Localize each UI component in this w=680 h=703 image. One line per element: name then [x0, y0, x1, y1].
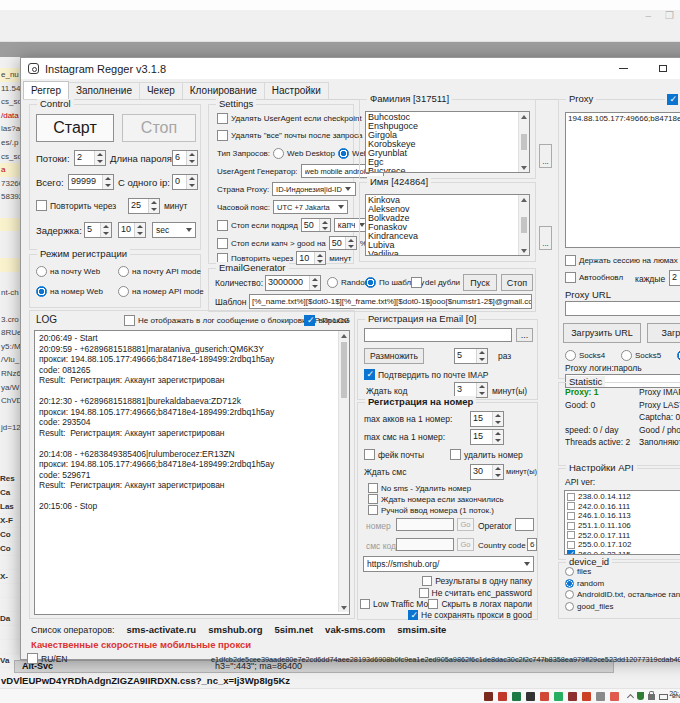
scroll-up-icon[interactable]: [339, 331, 349, 340]
api-version-option[interactable]: 242.0.0.16.111: [567, 502, 680, 512]
sms-service-select[interactable]: https://smshub.org/: [363, 556, 534, 572]
per-ip-stepper[interactable]: 0: [172, 174, 198, 190]
taskbar-app-icon[interactable]: [512, 692, 521, 701]
sms-code-input[interactable]: [396, 538, 454, 551]
manual-number-checkbox[interactable]: Ручной ввод номера (1 поток.): [368, 505, 494, 515]
taskbar-app-icon[interactable]: [596, 692, 605, 701]
password-length-stepper[interactable]: 6: [172, 150, 198, 166]
tray-chevron-up-icon[interactable]: [627, 693, 634, 700]
surname-scrollbar[interactable]: [518, 112, 529, 172]
operator-link[interactable]: smshub.org: [208, 624, 262, 635]
list-item[interactable]: Vadiliva: [368, 250, 527, 256]
hide-passwords-checkbox[interactable]: Скрыть в логах пароли: [428, 599, 532, 609]
title-bar[interactable]: Instagram Regger v3.1.8: [21, 58, 680, 80]
max-accounts-stepper[interactable]: 15: [470, 411, 504, 427]
total-stepper[interactable]: 99999: [68, 174, 114, 190]
log-output[interactable]: 20:06:49 - Start 20:09:59 - +62896815188…: [34, 330, 350, 615]
reg-email-input[interactable]: [364, 328, 512, 342]
proxy-url-input[interactable]: [565, 301, 680, 316]
device-id-radio[interactable]: random: [565, 579, 680, 588]
mail-api-radio[interactable]: на почту API mode: [118, 266, 201, 277]
operator-link[interactable]: 5sim.net: [275, 624, 314, 635]
delete-mail-checkbox[interactable]: Удалять "все" почты после запроса: [217, 130, 362, 141]
scroll-down-icon[interactable]: [519, 163, 529, 172]
spinner-arrows-icon[interactable]: [100, 223, 111, 237]
tray-display-icon[interactable]: [659, 694, 668, 700]
spinner-arrows-icon[interactable]: [148, 199, 159, 213]
name-browse-button[interactable]: ...: [539, 226, 552, 250]
spinner-arrows-icon[interactable]: [476, 349, 487, 363]
load-file-button[interactable]: Загрузить: [647, 323, 680, 343]
load-url-button[interactable]: Загрузить URL: [563, 323, 641, 343]
spinner-arrows-icon[interactable]: [134, 223, 145, 237]
device-id-radio[interactable]: files: [565, 567, 680, 576]
stop-captcha-stepper[interactable]: 50: [329, 236, 357, 250]
maximize-button[interactable]: [646, 58, 680, 79]
taskbar-app-icon[interactable]: [498, 692, 507, 701]
api-version-option[interactable]: 246.1.0.16.113: [567, 511, 680, 521]
keep-session-checkbox[interactable]: Держать сессию на люмах: [565, 255, 678, 266]
proxy-entry[interactable]: 194.88.105.177:49666;b84718e4-189499:2rd…: [568, 114, 680, 123]
log-on-checkbox[interactable]: вкл LOG: [304, 315, 350, 326]
no-sms-checkbox[interactable]: No sms - Удалить номер: [368, 483, 471, 493]
scroll-up-icon[interactable]: [519, 195, 529, 204]
taskbar[interactable]: ENG 20:: [0, 688, 680, 703]
country-code-input[interactable]: 6: [527, 538, 537, 551]
spinner-arrows-icon[interactable]: [492, 465, 503, 479]
start-button[interactable]: Старт: [36, 114, 114, 142]
stop-if-checkbox[interactable]: Стоп если подряд: [217, 220, 298, 231]
spinner-arrows-icon[interactable]: [309, 276, 320, 290]
spinner-arrows-icon[interactable]: [186, 175, 197, 189]
surname-list[interactable]: BuhcostocEnshpugoceGirgolaKorobskeyeGryu…: [365, 111, 530, 173]
wait-numbers-checkbox[interactable]: Ждать номера если закончились: [368, 494, 504, 504]
spinner-arrows-icon[interactable]: [314, 252, 325, 264]
scroll-down-icon[interactable]: [519, 246, 529, 255]
name-list[interactable]: KinkovaAleksenovBolkvadzeFonaskovKindran…: [365, 194, 530, 256]
timezone-select[interactable]: UTC +7 Jakarta: [273, 200, 348, 214]
spinner-arrows-icon[interactable]: [345, 237, 356, 249]
phone-api-radio[interactable]: на номер API mode: [118, 286, 204, 297]
number-input[interactable]: [396, 518, 454, 531]
log-scrollbar[interactable]: [338, 331, 349, 612]
mail-web-radio[interactable]: на почту Web: [36, 266, 100, 277]
taskbar-app-icon[interactable]: [540, 692, 549, 701]
list-item[interactable]: Gryunblat: [368, 149, 527, 158]
spinner-arrows-icon[interactable]: [186, 151, 197, 165]
phone-web-radio[interactable]: на номер Web: [36, 286, 103, 297]
taskbar-app-icon[interactable]: [610, 692, 619, 701]
taskbar-app-icon[interactable]: [526, 692, 535, 701]
spinner-arrows-icon[interactable]: [94, 151, 105, 165]
stop-button[interactable]: Стоп: [122, 114, 196, 142]
proxy-use-checkbox[interactable]: Исп: [665, 94, 680, 105]
spinner-arrows-icon[interactable]: [319, 219, 330, 231]
promo-link[interactable]: Качественные скоростные мобильные прокси: [31, 639, 251, 650]
taskbar-app-icon[interactable]: [484, 692, 493, 701]
api-version-list[interactable]: 238.0.0.14.112242.0.0.16.111246.1.0.16.1…: [564, 490, 680, 555]
reg-email-browse-button[interactable]: ...: [516, 328, 533, 342]
delete-useragent-checkbox[interactable]: Удалять UserAgent если checkpoint: [217, 113, 362, 124]
tab[interactable]: Настройки: [264, 82, 329, 99]
surname-browse-button[interactable]: ...: [539, 144, 552, 168]
scroll-up-icon[interactable]: [519, 112, 529, 121]
operator-link[interactable]: sms-activate.ru: [126, 624, 196, 635]
taskbar-app-icon[interactable]: [568, 692, 577, 701]
api-version-option[interactable]: 252.0.0.17.111: [567, 530, 680, 540]
no-save-proxy-checkbox[interactable]: Не сохранять прокси в good: [408, 610, 532, 620]
stop-captcha-checkbox[interactable]: Стоп если капч > good на: [217, 238, 326, 249]
operator-input[interactable]: [515, 518, 534, 531]
spinner-arrows-icon[interactable]: [492, 412, 503, 426]
del-duplicates-checkbox[interactable]: del дубли: [411, 277, 460, 288]
multiply-button[interactable]: Размножить: [364, 348, 424, 364]
spinner-arrows-icon[interactable]: [476, 383, 487, 397]
repeat-after-stepper[interactable]: 25: [128, 198, 160, 214]
tab[interactable]: Заполнение: [68, 82, 140, 99]
proxy-list[interactable]: 194.88.105.177:49666;b84718e4-189499:2rd…: [565, 112, 680, 248]
device-id-radio[interactable]: good_files: [565, 602, 680, 611]
operator-link[interactable]: vak-sms.com: [325, 624, 385, 635]
template-input[interactable]: [%_name.txt%][$dot0-1$][%_frame.txt%][$d…: [249, 294, 532, 309]
enc-password-checkbox[interactable]: Не считать enc_password: [419, 588, 532, 598]
socks4-radio[interactable]: Socks4: [565, 350, 605, 361]
threads-stepper[interactable]: 2: [74, 150, 106, 166]
sms-go-button[interactable]: Go: [457, 538, 474, 551]
repeat-after-checkbox[interactable]: Повторить через: [36, 200, 116, 211]
